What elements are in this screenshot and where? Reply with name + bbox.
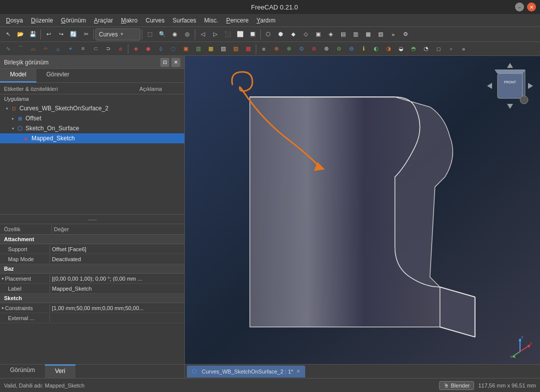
refresh-btn[interactable]: 🔄 [67,28,79,40]
menu-curves[interactable]: Curves [141,16,168,25]
tree-toggle-sketch[interactable]: ▾ [10,125,16,131]
props-row-support[interactable]: Support Offset [Face6] [0,244,184,254]
menu-gorunum[interactable]: Görünüm [57,16,90,25]
workbench-dropdown[interactable]: Curves ▼ [95,28,140,40]
nav-btn-3[interactable]: ⬛ [222,28,234,40]
view-btn-4[interactable]: ◎ [181,28,193,40]
misc-btn-1[interactable]: ≡ [258,43,270,55]
tab-veri-bottom[interactable]: Veri [45,365,75,378]
misc-btn-13[interactable]: ◓ [408,43,420,55]
props-row-label[interactable]: Label Mapped_Sketch [0,284,184,294]
surf-btn-3[interactable]: ◊ [155,43,167,55]
tree-item-mapped-sketch[interactable]: ◈ Mapped_Sketch [0,133,184,143]
menu-pencere[interactable]: Pencere [222,16,253,25]
props-row-constraints[interactable]: ▸ Constraints [1,00 mm;50,00 mm;0,00 mm;… [0,303,184,313]
misc-btn-3[interactable]: ⊗ [283,43,295,55]
misc-btn-8[interactable]: ⊝ [345,43,357,55]
panel-resize-divider[interactable]: ----- [0,214,184,224]
curve-btn-7[interactable]: ⌗ [77,43,89,55]
tree-toggle-root[interactable]: ▾ [4,105,10,111]
surf-btn-5[interactable]: ▣ [180,43,192,55]
misc-btn-6[interactable]: ⊛ [320,43,332,55]
menu-makro[interactable]: Makro [117,16,141,25]
props-row-external[interactable]: External ... [0,313,184,323]
tree-item-sketch-on-surface[interactable]: ▾ ⬡ Sketch_On_Surface [0,123,184,133]
undo-btn[interactable]: ↩ [42,28,54,40]
view-btn-1[interactable]: ⬚ [144,28,156,40]
surf-btn-4[interactable]: ◌ [167,43,179,55]
viewport[interactable]: FRONT Z X [185,56,540,378]
misc-btn-4[interactable]: ⊙ [295,43,307,55]
3d-btn-3[interactable]: ◆ [287,28,299,40]
tree-toggle-offset[interactable]: ▸ [10,115,16,121]
surf-btn-7[interactable]: ▦ [205,43,217,55]
menu-surfaces[interactable]: Surfaces [169,16,200,25]
misc-btn-11[interactable]: ◑ [383,43,395,55]
3d-btn-7[interactable]: ▤ [337,28,349,40]
3d-btn-1[interactable]: ⬡ [262,28,274,40]
viewport-tab-close[interactable]: ✕ [296,369,300,374]
misc-btn-16[interactable]: ▫ [445,43,457,55]
3d-btn-8[interactable]: ▥ [350,28,362,40]
menu-yardim[interactable]: Yardım [253,16,280,25]
tree-toggle-mapped[interactable] [16,135,22,141]
surf-btn-8[interactable]: ▧ [217,43,229,55]
nav-btn-1[interactable]: ◁ [197,28,209,40]
menu-misc[interactable]: Misc. [200,16,222,25]
misc-btn-5[interactable]: ⊚ [308,43,320,55]
view-btn-2[interactable]: 🔍 [156,28,168,40]
tab-model[interactable]: Model [0,69,36,82]
3d-btn-6[interactable]: ◈ [325,28,337,40]
misc-btn-2[interactable]: ⊕ [270,43,282,55]
tab-gorevler[interactable]: Görevler [36,69,79,82]
nav-btn-2[interactable]: ▷ [209,28,221,40]
3d-btn-9[interactable]: ▦ [362,28,374,40]
nav-btn-5[interactable]: 🔲 [247,28,259,40]
props-row-mapmode[interactable]: Map Mode Deactivated [0,254,184,264]
blender-navigation-btn[interactable]: 🖱 Blender [439,381,474,390]
more-btn-2[interactable]: » [458,43,470,55]
redo-btn[interactable]: ↪ [55,28,67,40]
minimize-button[interactable]: – [515,2,524,11]
menu-araclar[interactable]: Araçlar [90,16,117,25]
tree-item-root[interactable]: ▾ 🗋 Curves_WB_SketchOnSurface_2 [0,103,184,113]
misc-btn-12[interactable]: ◒ [395,43,407,55]
viewport-tab[interactable]: ⬡ Curves_WB_SketchOnSurface_2 : 1* ✕ [187,366,305,378]
surf-btn-1[interactable]: ◈ [130,43,142,55]
curve-btn-9[interactable]: ⊃ [102,43,114,55]
settings-btn[interactable]: ⚙ [400,28,412,40]
view-btn-3[interactable]: ◉ [169,28,181,40]
curve-btn-3[interactable]: ⌓ [27,43,39,55]
misc-btn-7[interactable]: ⊜ [333,43,345,55]
curve-btn-1[interactable]: ∿ [2,43,14,55]
misc-btn-15[interactable]: □ [433,43,445,55]
more-btn[interactable]: » [387,28,399,40]
save-btn[interactable]: 💾 [27,28,39,40]
misc-btn-9[interactable]: ℹ [358,43,370,55]
misc-btn-14[interactable]: ◔ [420,43,432,55]
curve-btn-6[interactable]: ⌖ [64,43,76,55]
3d-btn-5[interactable]: ▣ [312,28,324,40]
curve-btn-5[interactable]: ⌕ [52,43,64,55]
surf-btn-6[interactable]: ▥ [192,43,204,55]
curve-btn-4[interactable]: ⌔ [39,43,51,55]
3d-btn-10[interactable]: ▧ [375,28,387,40]
surf-btn-10[interactable]: ▩ [242,43,254,55]
cut-btn[interactable]: ✂ [80,28,92,40]
curve-btn-8[interactable]: ⊂ [89,43,101,55]
cursor-tool-btn[interactable]: ↖ [2,28,14,40]
panel-expand-btn[interactable]: ⊡ [160,58,169,67]
tree-item-offset[interactable]: ▸ ⊞ Offset [0,113,184,123]
nav-cube[interactable]: FRONT [485,61,535,111]
surf-btn-2[interactable]: ◉ [142,43,154,55]
surf-btn-9[interactable]: ▨ [230,43,242,55]
close-button[interactable]: ✕ [527,2,536,11]
props-row-placement[interactable]: ▸ Placement [(0,00 0,00 1,00); 0,00 °; (… [0,274,184,284]
panel-close-btn[interactable]: ✕ [171,58,180,67]
curve-btn-10[interactable]: ⌀ [114,43,126,55]
3d-btn-4[interactable]: ◇ [300,28,312,40]
menu-dosya[interactable]: Dosya [2,16,27,25]
3d-btn-2[interactable]: ⬢ [275,28,287,40]
misc-btn-10[interactable]: ◐ [370,43,382,55]
tab-gorunum-bottom[interactable]: Görünüm [0,365,45,378]
